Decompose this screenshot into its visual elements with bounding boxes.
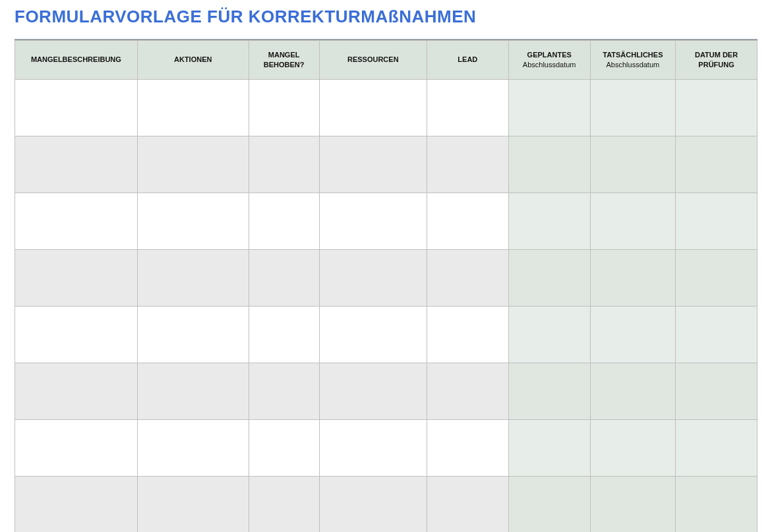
cell-datum-der-pruefung[interactable] — [676, 476, 757, 532]
table-row — [15, 136, 757, 192]
cell-mangel-behoben[interactable] — [249, 192, 319, 249]
cell-tatsaechliches-abschlussdatum[interactable] — [590, 476, 675, 532]
table-row — [15, 419, 757, 476]
cell-lead[interactable] — [427, 79, 508, 136]
cell-aktionen[interactable] — [137, 363, 249, 419]
cell-lead[interactable] — [427, 363, 508, 419]
cell-tatsaechliches-abschlussdatum[interactable] — [590, 306, 675, 363]
cell-mangelbeschreibung[interactable] — [15, 192, 138, 249]
cell-aktionen[interactable] — [137, 419, 249, 476]
cell-mangelbeschreibung[interactable] — [15, 249, 138, 306]
col-header-bold: GEPLANTES — [527, 51, 572, 59]
cell-mangel-behoben[interactable] — [249, 79, 319, 136]
cell-tatsaechliches-abschlussdatum[interactable] — [590, 363, 675, 419]
cell-mangelbeschreibung[interactable] — [15, 79, 138, 136]
cell-geplantes-abschlussdatum[interactable] — [508, 363, 590, 419]
table-row — [15, 249, 757, 306]
col-header-bold: RESSOURCEN — [347, 55, 399, 63]
cell-ressourcen[interactable] — [319, 79, 427, 136]
cell-mangelbeschreibung[interactable] — [15, 363, 138, 419]
cell-ressourcen[interactable] — [319, 306, 427, 363]
cell-geplantes-abschlussdatum[interactable] — [508, 136, 590, 192]
cell-lead[interactable] — [427, 419, 508, 476]
col-header-bold: TATSÄCHLICHES — [603, 51, 663, 59]
col-header-geplantes-abschlussdatum: GEPLANTES Abschlussdatum — [508, 41, 590, 80]
cell-geplantes-abschlussdatum[interactable] — [508, 249, 590, 306]
cell-datum-der-pruefung[interactable] — [676, 249, 757, 306]
cell-geplantes-abschlussdatum[interactable] — [508, 79, 590, 136]
col-header-aktionen: AKTIONEN — [137, 41, 249, 80]
cell-aktionen[interactable] — [137, 249, 249, 306]
cell-datum-der-pruefung[interactable] — [676, 136, 757, 192]
col-header-bold: MANGEL BEHOBEN? — [264, 51, 305, 69]
cell-ressourcen[interactable] — [319, 363, 427, 419]
corrective-actions-table: MANGELBESCHREIBUNG AKTIONEN MANGEL BEHOB… — [15, 40, 757, 532]
col-header-tatsaechliches-abschlussdatum: TATSÄCHLICHES Abschlussdatum — [590, 41, 675, 80]
cell-mangel-behoben[interactable] — [249, 476, 319, 532]
cell-aktionen[interactable] — [137, 306, 249, 363]
cell-tatsaechliches-abschlussdatum[interactable] — [590, 192, 675, 249]
cell-mangelbeschreibung[interactable] — [15, 419, 138, 476]
cell-tatsaechliches-abschlussdatum[interactable] — [590, 249, 675, 306]
cell-ressourcen[interactable] — [319, 136, 427, 192]
col-header-sub: Abschlussdatum — [596, 60, 670, 70]
cell-lead[interactable] — [427, 249, 508, 306]
cell-mangelbeschreibung[interactable] — [15, 476, 138, 532]
cell-geplantes-abschlussdatum[interactable] — [508, 476, 590, 532]
cell-geplantes-abschlussdatum[interactable] — [508, 306, 590, 363]
cell-mangel-behoben[interactable] — [249, 419, 319, 476]
cell-mangelbeschreibung[interactable] — [15, 306, 138, 363]
col-header-bold: MANGELBESCHREIBUNG — [31, 55, 121, 63]
cell-lead[interactable] — [427, 192, 508, 249]
corrective-actions-table-wrap: MANGELBESCHREIBUNG AKTIONEN MANGEL BEHOB… — [15, 39, 757, 532]
cell-mangel-behoben[interactable] — [249, 306, 319, 363]
cell-lead[interactable] — [427, 136, 508, 192]
col-header-bold: LEAD — [458, 55, 477, 63]
table-body — [15, 79, 757, 532]
cell-mangel-behoben[interactable] — [249, 363, 319, 419]
cell-datum-der-pruefung[interactable] — [676, 306, 757, 363]
cell-lead[interactable] — [427, 306, 508, 363]
table-row — [15, 476, 757, 532]
col-header-bold: DATUM DER PRÜFUNG — [695, 51, 738, 69]
page-title: FORMULARVORLAGE FÜR KORREKTURMAßNAHMEN — [15, 7, 757, 27]
cell-ressourcen[interactable] — [319, 476, 427, 532]
col-header-mangelbeschreibung: MANGELBESCHREIBUNG — [15, 41, 138, 80]
col-header-lead: LEAD — [427, 41, 508, 80]
cell-geplantes-abschlussdatum[interactable] — [508, 419, 590, 476]
cell-aktionen[interactable] — [137, 79, 249, 136]
cell-aktionen[interactable] — [137, 136, 249, 192]
table-row — [15, 79, 757, 136]
cell-ressourcen[interactable] — [319, 249, 427, 306]
col-header-bold: AKTIONEN — [174, 55, 212, 63]
cell-mangel-behoben[interactable] — [249, 136, 319, 192]
cell-aktionen[interactable] — [137, 476, 249, 532]
cell-tatsaechliches-abschlussdatum[interactable] — [590, 419, 675, 476]
cell-ressourcen[interactable] — [319, 192, 427, 249]
col-header-mangel-behoben: MANGEL BEHOBEN? — [249, 41, 319, 80]
col-header-datum-der-pruefung: DATUM DER PRÜFUNG — [676, 41, 757, 80]
cell-tatsaechliches-abschlussdatum[interactable] — [590, 136, 675, 192]
table-header-row: MANGELBESCHREIBUNG AKTIONEN MANGEL BEHOB… — [15, 41, 757, 80]
cell-datum-der-pruefung[interactable] — [676, 79, 757, 136]
cell-geplantes-abschlussdatum[interactable] — [508, 192, 590, 249]
cell-mangelbeschreibung[interactable] — [15, 136, 138, 192]
cell-ressourcen[interactable] — [319, 419, 427, 476]
cell-tatsaechliches-abschlussdatum[interactable] — [590, 79, 675, 136]
col-header-sub: Abschlussdatum — [514, 60, 585, 70]
cell-lead[interactable] — [427, 476, 508, 532]
cell-datum-der-pruefung[interactable] — [676, 419, 757, 476]
table-row — [15, 192, 757, 249]
cell-aktionen[interactable] — [137, 192, 249, 249]
table-row — [15, 306, 757, 363]
table-row — [15, 363, 757, 419]
cell-datum-der-pruefung[interactable] — [676, 363, 757, 419]
cell-datum-der-pruefung[interactable] — [676, 192, 757, 249]
col-header-ressourcen: RESSOURCEN — [319, 41, 427, 80]
cell-mangel-behoben[interactable] — [249, 249, 319, 306]
